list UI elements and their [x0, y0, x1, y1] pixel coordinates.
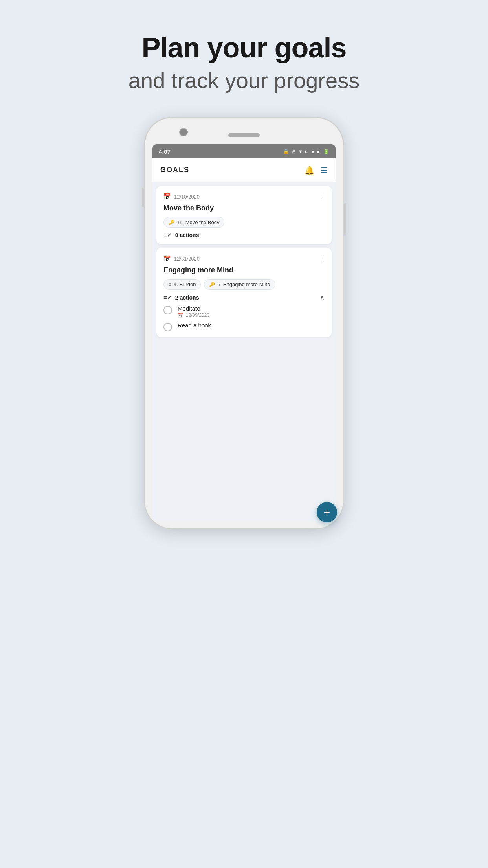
battery-icon: 🔋	[323, 149, 329, 154]
bell-icon[interactable]: 🔔	[305, 166, 314, 175]
goal-2-title: Engaging more Mind	[163, 266, 325, 274]
goal-card-1: 📅 12/10/2020 ⋮ Move the Body 🔑 15. Move …	[156, 186, 332, 244]
calendar-icon-2: 📅	[163, 255, 171, 262]
page-subtitle: and track your progress	[128, 68, 360, 93]
goal-1-menu-icon[interactable]: ⋮	[317, 192, 325, 201]
action-date-text-meditate: 12/09/2020	[186, 313, 209, 318]
goal-2-action-items: Meditate 📅 12/09/2020 Read a book	[163, 305, 325, 331]
phone-screen: 4:07 🔒 ⊕ ▼▲ ▲▲ 🔋 GOALS 🔔 ☰ �	[152, 144, 336, 522]
phone-button-left	[142, 188, 144, 207]
menu-icon[interactable]: ☰	[321, 166, 328, 175]
goal-2-date: 📅 12/31/2020	[163, 255, 200, 262]
goal-card-2: 📅 12/31/2020 ⋮ Engaging more Mind ≡ 4. B…	[156, 248, 332, 337]
app-bar-title: GOALS	[160, 166, 189, 174]
phone-shell: 4:07 🔒 ⊕ ▼▲ ▲▲ 🔋 GOALS 🔔 ☰ �	[144, 117, 344, 530]
goal-2-date-text: 12/31/2020	[174, 256, 200, 262]
status-time: 4:07	[159, 148, 171, 155]
tag-move-body[interactable]: 🔑 15. Move the Body	[163, 217, 224, 228]
goal-2-actions-label: ≡✓ 2 actions	[163, 294, 199, 301]
app-bar: GOALS 🔔 ☰	[152, 158, 336, 182]
lock-icon: 🔒	[283, 149, 289, 154]
goal-1-tags: 🔑 15. Move the Body	[163, 217, 325, 228]
action-checkbox-read[interactable]	[163, 323, 172, 331]
goal-1-date-text: 12/10/2020	[174, 194, 200, 200]
card-meta-1: 📅 12/10/2020 ⋮	[163, 192, 325, 201]
goal-2-actions-row: ≡✓ 2 actions ∧	[163, 294, 325, 301]
wifi-icon: ▼▲	[298, 149, 308, 154]
goal-1-actions-count: 0 actions	[175, 232, 199, 238]
action-item-meditate: Meditate 📅 12/09/2020	[163, 305, 325, 318]
action-title-read: Read a book	[178, 322, 211, 329]
sync-icon: ⊕	[292, 149, 296, 154]
actions-icon-1: ≡✓	[163, 232, 172, 239]
tag-engaging-mind-label: 6. Engaging more Mind	[217, 281, 270, 287]
goal-1-actions-label: ≡✓ 0 actions	[163, 232, 199, 239]
fab-add-button[interactable]: +	[317, 502, 336, 522]
calendar-icon-1: 📅	[163, 193, 171, 200]
tag-burden-label: 4. Burden	[174, 281, 196, 287]
content-area: 📅 12/10/2020 ⋮ Move the Body 🔑 15. Move …	[152, 182, 336, 522]
page-title: Plan your goals	[128, 31, 360, 64]
status-icons: 🔒 ⊕ ▼▲ ▲▲ 🔋	[283, 149, 329, 154]
phone-camera	[179, 128, 188, 136]
phone-earpiece	[228, 133, 260, 137]
page-header: Plan your goals and track your progress	[128, 31, 360, 93]
action-date-meditate: 📅 12/09/2020	[178, 313, 209, 318]
card-meta-2: 📅 12/31/2020 ⋮	[163, 254, 325, 263]
action-item-read: Read a book	[163, 322, 325, 331]
tag-burden[interactable]: ≡ 4. Burden	[163, 279, 201, 290]
key-icon-2: 🔑	[209, 282, 215, 287]
action-title-meditate: Meditate	[178, 305, 209, 312]
status-bar: 4:07 🔒 ⊕ ▼▲ ▲▲ 🔋	[152, 144, 336, 158]
signal-icon: ▲▲	[310, 149, 321, 154]
goal-1-actions-row: ≡✓ 0 actions	[163, 232, 325, 239]
chevron-up-icon[interactable]: ∧	[320, 294, 325, 301]
goal-2-actions-count: 2 actions	[175, 294, 199, 301]
actions-icon-2: ≡✓	[163, 294, 172, 301]
list-icon: ≡	[169, 282, 171, 287]
tag-engaging-mind[interactable]: 🔑 6. Engaging more Mind	[204, 279, 275, 290]
action-content-read: Read a book	[178, 322, 211, 329]
goal-1-title: Move the Body	[163, 204, 325, 212]
key-icon-1: 🔑	[169, 220, 174, 225]
action-checkbox-meditate[interactable]	[163, 306, 172, 314]
goal-2-menu-icon[interactable]: ⋮	[317, 254, 325, 263]
tag-move-body-label: 15. Move the Body	[177, 219, 219, 225]
phone-button-right	[344, 203, 346, 235]
action-calendar-icon: 📅	[178, 313, 183, 318]
goal-1-date: 📅 12/10/2020	[163, 193, 200, 200]
app-bar-icons: 🔔 ☰	[305, 166, 328, 175]
goal-2-tags: ≡ 4. Burden 🔑 6. Engaging more Mind	[163, 279, 325, 290]
action-content-meditate: Meditate 📅 12/09/2020	[178, 305, 209, 318]
